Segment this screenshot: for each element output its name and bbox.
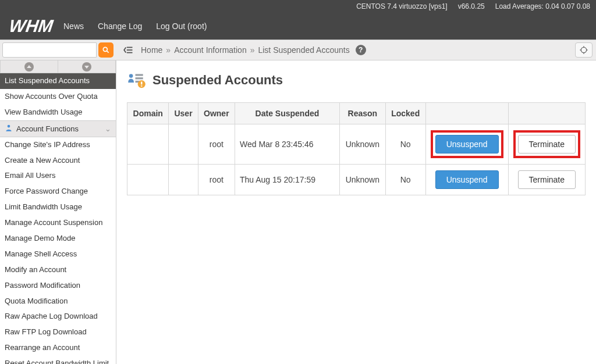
breadcrumb-page[interactable]: List Suspended Accounts <box>258 45 349 55</box>
status-bar: CENTOS 7.4 virtuozzo [vps1] v66.0.25 Loa… <box>0 0 596 13</box>
cell-owner: root <box>198 165 235 195</box>
sidebar-item[interactable]: Create a New Account <box>0 153 116 169</box>
nav-news[interactable]: News <box>63 22 84 31</box>
breadcrumb-home[interactable]: Home <box>141 45 162 55</box>
chevron-up-icon <box>26 64 32 70</box>
sidebar-item[interactable]: Raw FTP Log Download <box>0 324 116 340</box>
cell-domain <box>127 124 169 165</box>
sidebar-item[interactable]: Email All Users <box>0 168 116 184</box>
menu-icon <box>123 46 133 54</box>
sidebar-item[interactable]: Manage Demo Mode <box>0 231 116 247</box>
sidebar-item[interactable]: Password Modification <box>0 278 116 294</box>
svg-point-0 <box>103 47 107 51</box>
svg-rect-18 <box>141 81 142 84</box>
terminate-button[interactable]: Terminate <box>518 170 576 189</box>
sidebar-item[interactable]: Limit Bandwidth Usage <box>0 199 116 215</box>
col-unsuspend <box>425 103 508 124</box>
sidebar-item[interactable]: Manage Account Suspension <box>0 215 116 231</box>
help-icon[interactable]: ? <box>356 45 366 55</box>
sidebar-item[interactable]: Rearrange an Account <box>0 340 116 356</box>
cell-locked: No <box>385 124 425 165</box>
accounts-table: Domain User Owner Date Suspended Reason … <box>127 102 586 195</box>
sidebar-item[interactable]: Manage Shell Access <box>0 247 116 262</box>
sidebar-section-account-functions[interactable]: Account Functions⌄ <box>0 120 116 137</box>
highlight-annotation: Unsuspend <box>431 130 503 158</box>
svg-marker-11 <box>84 66 89 69</box>
sidebar-item[interactable]: View Bandwidth Usage <box>0 105 116 120</box>
nav-changelog[interactable]: Change Log <box>98 22 142 31</box>
svg-rect-15 <box>136 77 143 79</box>
cell-owner: root <box>198 124 235 165</box>
col-locked[interactable]: Locked <box>385 103 425 124</box>
table-row: rootWed Mar 8 23:45:46UnknownNoUnsuspend… <box>127 124 586 165</box>
sidebar-item[interactable]: Quota Modification <box>0 294 116 309</box>
col-terminate <box>508 103 585 124</box>
sidebar-item[interactable]: Reset Account Bandwidth Limit <box>0 356 116 364</box>
cell-user <box>169 124 198 165</box>
status-load: Load Averages: 0.04 0.07 0.08 <box>495 2 590 10</box>
page-title: Suspended Accounts <box>152 73 283 88</box>
cell-terminate: Terminate <box>508 124 585 165</box>
sidebar-item[interactable]: List Suspended Accounts <box>0 73 116 89</box>
svg-marker-10 <box>27 65 31 68</box>
search-icon <box>102 46 110 54</box>
person-icon <box>5 124 13 134</box>
breadcrumb-sep-icon: » <box>250 45 255 55</box>
unsuspend-button[interactable]: Unsuspend <box>435 170 499 189</box>
svg-point-5 <box>581 47 586 52</box>
status-os: CENTOS 7.4 virtuozzo [vps1] <box>356 2 448 10</box>
menu-toggle-button[interactable] <box>120 42 136 58</box>
breadcrumb-group[interactable]: Account Information <box>174 45 247 55</box>
svg-line-1 <box>107 51 109 53</box>
svg-rect-19 <box>141 85 142 87</box>
nav-logout[interactable]: Log Out (root) <box>156 22 207 31</box>
status-version: v66.0.25 <box>458 2 485 10</box>
sidebar-collapse-down[interactable] <box>58 60 116 73</box>
fullscreen-icon <box>579 45 588 55</box>
cell-locked: No <box>385 165 425 195</box>
sidebar-item[interactable]: Show Accounts Over Quota <box>0 89 116 105</box>
col-domain[interactable]: Domain <box>127 103 169 124</box>
svg-point-13 <box>129 74 133 78</box>
logo[interactable]: WHM <box>8 17 54 35</box>
cell-unsuspend: Unsuspend <box>425 124 508 165</box>
header: WHM News Change Log Log Out (root) <box>0 13 596 40</box>
suspended-accounts-icon <box>127 72 147 88</box>
unsuspend-button[interactable]: Unsuspend <box>435 135 499 154</box>
sidebar-section-label: Account Functions <box>16 124 79 133</box>
search-input[interactable] <box>2 42 97 58</box>
cell-date: Thu Aug 15 20:17:59 <box>235 165 339 195</box>
sidebar-list[interactable]: List Suspended AccountsShow Accounts Ove… <box>0 73 116 364</box>
sidebar-collapse-up[interactable] <box>0 60 58 73</box>
chevron-down-icon: ⌄ <box>105 124 111 133</box>
col-user[interactable]: User <box>169 103 198 124</box>
toolbar: Home » Account Information » List Suspen… <box>0 40 596 60</box>
col-reason[interactable]: Reason <box>339 103 385 124</box>
terminate-button[interactable]: Terminate <box>518 135 576 154</box>
col-owner[interactable]: Owner <box>198 103 235 124</box>
breadcrumb-sep-icon: » <box>166 45 171 55</box>
sidebar-item[interactable]: Raw Apache Log Download <box>0 309 116 324</box>
sidebar-item[interactable]: Change Site's IP Address <box>0 137 116 153</box>
svg-point-12 <box>8 124 10 127</box>
cell-unsuspend: Unsuspend <box>425 165 508 195</box>
sidebar-item[interactable]: Modify an Account <box>0 262 116 278</box>
cell-domain <box>127 165 169 195</box>
chevron-down-icon <box>84 64 90 70</box>
table-row: rootThu Aug 15 20:17:59UnknownNoUnsuspen… <box>127 165 586 195</box>
col-date[interactable]: Date Suspended <box>235 103 339 124</box>
breadcrumb: Home » Account Information » List Suspen… <box>141 45 366 55</box>
highlight-annotation: Terminate <box>513 130 580 158</box>
sidebar: List Suspended AccountsShow Accounts Ove… <box>0 60 116 364</box>
cell-date: Wed Mar 8 23:45:46 <box>235 124 339 165</box>
cell-reason: Unknown <box>339 165 385 195</box>
cell-user <box>169 165 198 195</box>
sidebar-item[interactable]: Force Password Change <box>0 184 116 199</box>
fullscreen-button[interactable] <box>575 42 593 58</box>
main-content: Suspended Accounts Domain User Owner Dat… <box>116 60 596 364</box>
search-button[interactable] <box>98 42 113 58</box>
svg-rect-14 <box>136 74 143 76</box>
cell-reason: Unknown <box>339 124 385 165</box>
cell-terminate: Terminate <box>508 165 585 195</box>
